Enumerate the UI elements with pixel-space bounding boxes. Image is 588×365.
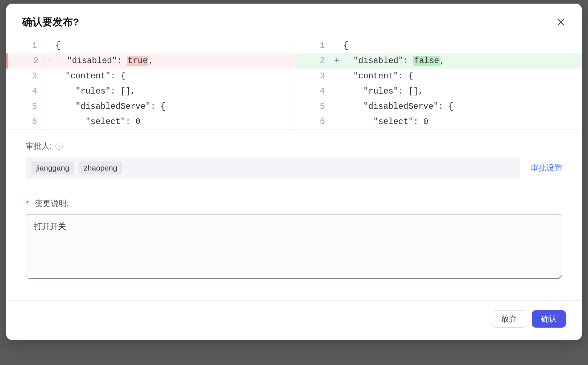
description-textarea[interactable] xyxy=(26,214,562,279)
code-content: "disabledServe": { xyxy=(343,99,582,114)
line-number: 5 xyxy=(6,99,42,114)
info-icon[interactable]: i xyxy=(55,143,63,150)
approvers-row: jianggangzhaopeng 审批设置 xyxy=(26,157,562,179)
line-number: 3 xyxy=(294,69,330,84)
diff-line: 4 "rules": [], xyxy=(6,84,294,99)
diff-removed-highlight: true xyxy=(127,56,148,66)
diff-line: 5 "disabledServe": { xyxy=(6,99,294,114)
modal-footer: 放弃 确认 xyxy=(6,300,582,340)
diff-marker xyxy=(42,99,55,114)
line-number: 4 xyxy=(6,84,42,99)
diff-marker xyxy=(330,114,343,130)
description-block: * 变更说明: xyxy=(26,198,562,280)
approver-chip[interactable]: zhaopeng xyxy=(79,161,122,175)
approvers-input[interactable]: jianggangzhaopeng xyxy=(26,157,519,179)
modal-title: 确认要发布? xyxy=(22,15,79,29)
diff-line: 5 "disabledServe": { xyxy=(294,99,582,114)
line-number: 1 xyxy=(6,38,42,53)
code-content: "select": 0 xyxy=(55,114,294,130)
diff-marker xyxy=(42,38,55,53)
line-number: 6 xyxy=(294,114,330,130)
code-content: "disabled": false, xyxy=(343,53,582,69)
close-button[interactable] xyxy=(556,17,566,27)
required-star: * xyxy=(26,199,29,208)
diff-right-pane: 1{2+ "disabled": false,3 "content": {4 "… xyxy=(294,38,582,130)
code-content: "rules": [], xyxy=(55,84,294,99)
close-icon xyxy=(556,18,565,26)
code-content: { xyxy=(343,38,582,53)
line-number: 5 xyxy=(294,99,330,114)
code-content: "disabledServe": { xyxy=(55,99,294,114)
diff-marker xyxy=(42,69,55,84)
diff-line: 3 "content": { xyxy=(6,69,294,84)
diff-marker xyxy=(42,84,55,99)
code-content: "select": 0 xyxy=(343,114,582,130)
code-content: "content": { xyxy=(343,69,582,84)
line-number: 3 xyxy=(6,69,42,84)
approver-chip[interactable]: jianggang xyxy=(31,161,74,175)
approvers-label-row: 审批人: i xyxy=(26,141,562,152)
diff-line: 4 "rules": [], xyxy=(294,84,582,99)
code-content: "content": { xyxy=(55,69,294,84)
diff-marker xyxy=(330,38,343,53)
line-number: 6 xyxy=(6,114,42,130)
publish-confirm-modal: 确认要发布? 1{2- "disabled": true,3 "content"… xyxy=(6,4,582,340)
line-number: 1 xyxy=(294,38,330,53)
diff-line: 3 "content": { xyxy=(294,69,582,84)
approvers-label: 审批人: xyxy=(26,141,52,152)
approval-settings-link[interactable]: 审批设置 xyxy=(530,163,562,173)
diff-line: 2- "disabled": true, xyxy=(6,53,294,69)
diff-added-highlight: false xyxy=(413,56,440,66)
confirm-button[interactable]: 确认 xyxy=(532,310,566,328)
diff-marker: - xyxy=(44,53,57,69)
code-content: "disabled": true, xyxy=(57,53,294,69)
diff-line: 2+ "disabled": false, xyxy=(294,53,582,69)
diff-marker: + xyxy=(330,53,343,69)
form-area: 审批人: i jianggangzhaopeng 审批设置 * 变更说明: xyxy=(6,130,582,284)
diff-left-pane: 1{2- "disabled": true,3 "content": {4 "r… xyxy=(6,38,294,130)
diff-line: 6 "select": 0 xyxy=(6,114,294,130)
diff-line: 1{ xyxy=(294,38,582,53)
modal-header: 确认要发布? xyxy=(6,4,582,38)
diff-marker xyxy=(330,69,343,84)
diff-line: 6 "select": 0 xyxy=(294,114,582,130)
cancel-button[interactable]: 放弃 xyxy=(492,310,526,328)
diff-marker xyxy=(42,114,55,130)
diff-viewer: 1{2- "disabled": true,3 "content": {4 "r… xyxy=(6,38,582,130)
diff-marker xyxy=(330,99,343,114)
line-number: 2 xyxy=(8,53,44,69)
line-number: 2 xyxy=(294,53,330,69)
diff-line: 1{ xyxy=(6,38,294,53)
description-label: 变更说明: xyxy=(35,198,69,209)
description-label-row: * 变更说明: xyxy=(26,198,562,209)
line-number: 4 xyxy=(294,84,330,99)
code-content: { xyxy=(55,38,294,53)
code-content: "rules": [], xyxy=(343,84,582,99)
diff-marker xyxy=(330,84,343,99)
